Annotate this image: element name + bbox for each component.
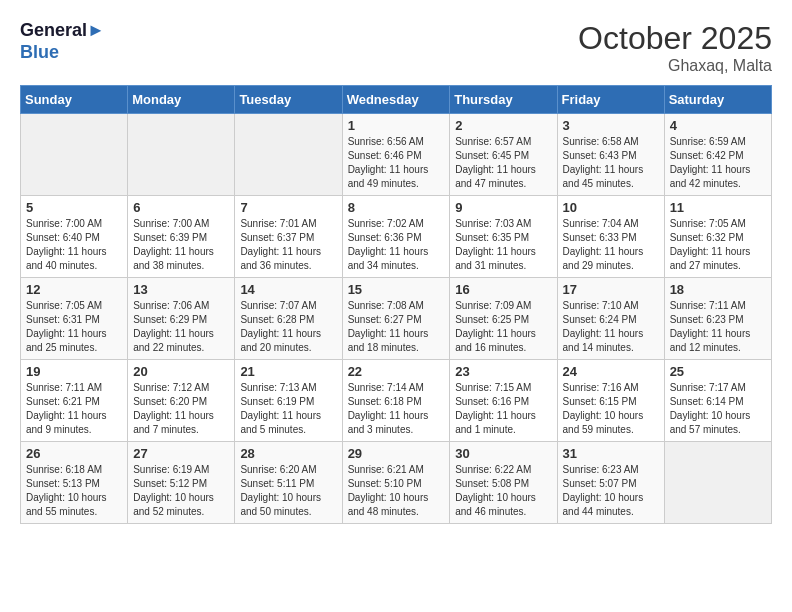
day-info: Sunrise: 6:59 AM Sunset: 6:42 PM Dayligh…: [670, 135, 766, 191]
calendar-cell: 25Sunrise: 7:17 AM Sunset: 6:14 PM Dayli…: [664, 360, 771, 442]
day-info: Sunrise: 6:22 AM Sunset: 5:08 PM Dayligh…: [455, 463, 551, 519]
day-number: 14: [240, 282, 336, 297]
calendar-cell: 15Sunrise: 7:08 AM Sunset: 6:27 PM Dayli…: [342, 278, 450, 360]
calendar-cell: 6Sunrise: 7:00 AM Sunset: 6:39 PM Daylig…: [128, 196, 235, 278]
weekday-header: Monday: [128, 86, 235, 114]
day-number: 4: [670, 118, 766, 133]
weekday-header: Tuesday: [235, 86, 342, 114]
day-info: Sunrise: 6:23 AM Sunset: 5:07 PM Dayligh…: [563, 463, 659, 519]
calendar-cell: 24Sunrise: 7:16 AM Sunset: 6:15 PM Dayli…: [557, 360, 664, 442]
calendar-cell: 10Sunrise: 7:04 AM Sunset: 6:33 PM Dayli…: [557, 196, 664, 278]
day-info: Sunrise: 7:13 AM Sunset: 6:19 PM Dayligh…: [240, 381, 336, 437]
calendar-cell: 2Sunrise: 6:57 AM Sunset: 6:45 PM Daylig…: [450, 114, 557, 196]
day-info: Sunrise: 7:12 AM Sunset: 6:20 PM Dayligh…: [133, 381, 229, 437]
day-info: Sunrise: 7:09 AM Sunset: 6:25 PM Dayligh…: [455, 299, 551, 355]
month-title: October 2025: [578, 20, 772, 57]
day-info: Sunrise: 6:21 AM Sunset: 5:10 PM Dayligh…: [348, 463, 445, 519]
weekday-header: Friday: [557, 86, 664, 114]
day-info: Sunrise: 7:11 AM Sunset: 6:23 PM Dayligh…: [670, 299, 766, 355]
logo-blue: Blue: [20, 42, 59, 63]
calendar-cell: 20Sunrise: 7:12 AM Sunset: 6:20 PM Dayli…: [128, 360, 235, 442]
day-number: 27: [133, 446, 229, 461]
day-info: Sunrise: 7:05 AM Sunset: 6:32 PM Dayligh…: [670, 217, 766, 273]
day-info: Sunrise: 7:17 AM Sunset: 6:14 PM Dayligh…: [670, 381, 766, 437]
calendar-cell: 5Sunrise: 7:00 AM Sunset: 6:40 PM Daylig…: [21, 196, 128, 278]
weekday-header-row: SundayMondayTuesdayWednesdayThursdayFrid…: [21, 86, 772, 114]
logo-text: General►: [20, 20, 105, 42]
calendar-cell: 7Sunrise: 7:01 AM Sunset: 6:37 PM Daylig…: [235, 196, 342, 278]
calendar-cell: [664, 442, 771, 524]
day-number: 5: [26, 200, 122, 215]
day-info: Sunrise: 6:57 AM Sunset: 6:45 PM Dayligh…: [455, 135, 551, 191]
day-info: Sunrise: 7:11 AM Sunset: 6:21 PM Dayligh…: [26, 381, 122, 437]
logo: General► Blue: [20, 20, 105, 63]
day-number: 7: [240, 200, 336, 215]
day-number: 1: [348, 118, 445, 133]
day-number: 18: [670, 282, 766, 297]
calendar-cell: 18Sunrise: 7:11 AM Sunset: 6:23 PM Dayli…: [664, 278, 771, 360]
calendar-cell: 27Sunrise: 6:19 AM Sunset: 5:12 PM Dayli…: [128, 442, 235, 524]
calendar-cell: 17Sunrise: 7:10 AM Sunset: 6:24 PM Dayli…: [557, 278, 664, 360]
calendar-cell: [128, 114, 235, 196]
calendar-cell: 3Sunrise: 6:58 AM Sunset: 6:43 PM Daylig…: [557, 114, 664, 196]
day-number: 9: [455, 200, 551, 215]
day-number: 29: [348, 446, 445, 461]
calendar-cell: 11Sunrise: 7:05 AM Sunset: 6:32 PM Dayli…: [664, 196, 771, 278]
calendar-week-row: 26Sunrise: 6:18 AM Sunset: 5:13 PM Dayli…: [21, 442, 772, 524]
day-info: Sunrise: 7:04 AM Sunset: 6:33 PM Dayligh…: [563, 217, 659, 273]
day-info: Sunrise: 7:02 AM Sunset: 6:36 PM Dayligh…: [348, 217, 445, 273]
day-number: 24: [563, 364, 659, 379]
day-number: 12: [26, 282, 122, 297]
calendar-cell: 26Sunrise: 6:18 AM Sunset: 5:13 PM Dayli…: [21, 442, 128, 524]
day-number: 30: [455, 446, 551, 461]
day-number: 20: [133, 364, 229, 379]
day-number: 2: [455, 118, 551, 133]
title-block: October 2025 Ghaxaq, Malta: [578, 20, 772, 75]
calendar-cell: 4Sunrise: 6:59 AM Sunset: 6:42 PM Daylig…: [664, 114, 771, 196]
day-info: Sunrise: 7:06 AM Sunset: 6:29 PM Dayligh…: [133, 299, 229, 355]
calendar-week-row: 19Sunrise: 7:11 AM Sunset: 6:21 PM Dayli…: [21, 360, 772, 442]
day-number: 21: [240, 364, 336, 379]
calendar-cell: 29Sunrise: 6:21 AM Sunset: 5:10 PM Dayli…: [342, 442, 450, 524]
day-number: 22: [348, 364, 445, 379]
weekday-header: Thursday: [450, 86, 557, 114]
calendar-week-row: 5Sunrise: 7:00 AM Sunset: 6:40 PM Daylig…: [21, 196, 772, 278]
calendar-cell: [21, 114, 128, 196]
day-info: Sunrise: 6:56 AM Sunset: 6:46 PM Dayligh…: [348, 135, 445, 191]
weekday-header: Sunday: [21, 86, 128, 114]
day-number: 6: [133, 200, 229, 215]
weekday-header: Wednesday: [342, 86, 450, 114]
calendar-cell: 31Sunrise: 6:23 AM Sunset: 5:07 PM Dayli…: [557, 442, 664, 524]
day-number: 10: [563, 200, 659, 215]
day-number: 11: [670, 200, 766, 215]
calendar-cell: 22Sunrise: 7:14 AM Sunset: 6:18 PM Dayli…: [342, 360, 450, 442]
day-number: 3: [563, 118, 659, 133]
calendar-cell: 30Sunrise: 6:22 AM Sunset: 5:08 PM Dayli…: [450, 442, 557, 524]
day-info: Sunrise: 7:15 AM Sunset: 6:16 PM Dayligh…: [455, 381, 551, 437]
day-number: 28: [240, 446, 336, 461]
day-info: Sunrise: 6:20 AM Sunset: 5:11 PM Dayligh…: [240, 463, 336, 519]
day-number: 23: [455, 364, 551, 379]
day-number: 17: [563, 282, 659, 297]
calendar-cell: 23Sunrise: 7:15 AM Sunset: 6:16 PM Dayli…: [450, 360, 557, 442]
calendar-table: SundayMondayTuesdayWednesdayThursdayFrid…: [20, 85, 772, 524]
day-info: Sunrise: 7:08 AM Sunset: 6:27 PM Dayligh…: [348, 299, 445, 355]
day-info: Sunrise: 6:58 AM Sunset: 6:43 PM Dayligh…: [563, 135, 659, 191]
day-info: Sunrise: 6:18 AM Sunset: 5:13 PM Dayligh…: [26, 463, 122, 519]
calendar-cell: 12Sunrise: 7:05 AM Sunset: 6:31 PM Dayli…: [21, 278, 128, 360]
calendar-cell: 28Sunrise: 6:20 AM Sunset: 5:11 PM Dayli…: [235, 442, 342, 524]
weekday-header: Saturday: [664, 86, 771, 114]
day-number: 31: [563, 446, 659, 461]
calendar-cell: 8Sunrise: 7:02 AM Sunset: 6:36 PM Daylig…: [342, 196, 450, 278]
page-header: General► Blue October 2025 Ghaxaq, Malta: [20, 20, 772, 75]
calendar-week-row: 12Sunrise: 7:05 AM Sunset: 6:31 PM Dayli…: [21, 278, 772, 360]
day-number: 13: [133, 282, 229, 297]
location-subtitle: Ghaxaq, Malta: [578, 57, 772, 75]
calendar-cell: [235, 114, 342, 196]
calendar-cell: 19Sunrise: 7:11 AM Sunset: 6:21 PM Dayli…: [21, 360, 128, 442]
day-info: Sunrise: 7:00 AM Sunset: 6:39 PM Dayligh…: [133, 217, 229, 273]
calendar-cell: 21Sunrise: 7:13 AM Sunset: 6:19 PM Dayli…: [235, 360, 342, 442]
day-info: Sunrise: 7:10 AM Sunset: 6:24 PM Dayligh…: [563, 299, 659, 355]
day-info: Sunrise: 7:14 AM Sunset: 6:18 PM Dayligh…: [348, 381, 445, 437]
day-number: 8: [348, 200, 445, 215]
